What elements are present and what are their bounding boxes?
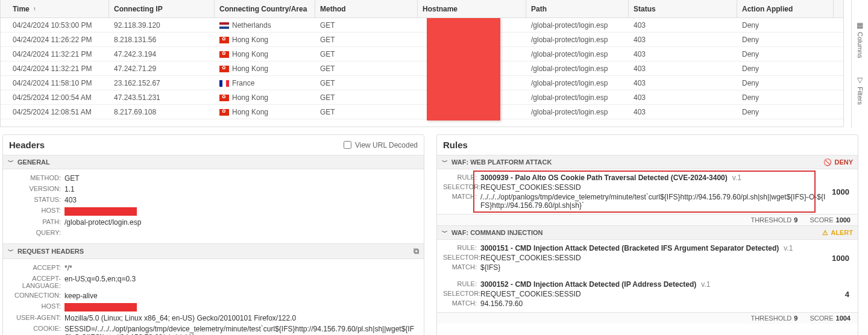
rule-key: RULE: xyxy=(443,280,480,289)
cell-action: Deny xyxy=(737,108,834,116)
col-action[interactable]: Action Applied xyxy=(737,0,834,17)
cell-time: 04/25/2024 12:08:51 AM xyxy=(1,108,109,116)
flag-icon xyxy=(219,80,229,87)
kv-val: Mozilla/5.0 (Linux; Linux x86_64; en-US)… xyxy=(64,314,418,322)
request-headers-section-head[interactable]: ﹀REQUEST HEADERS⧉ xyxy=(3,243,424,259)
table-row[interactable]: 04/24/2024 11:26:22 PM8.218.131.56Hong K… xyxy=(1,33,843,47)
cell-status: 403 xyxy=(629,21,737,30)
cell-country: France xyxy=(215,79,315,87)
cell-time: 04/24/2024 11:26:22 PM xyxy=(1,36,109,44)
rule-version: v.1 xyxy=(732,174,741,182)
rule-value: 94.156.79.60 xyxy=(480,299,852,308)
cell-action: Deny xyxy=(737,79,834,87)
col-path[interactable]: Path xyxy=(526,0,629,17)
rule-section-head[interactable]: ﹀WAF: WEB PLATFORM ATTACK🚫DENY xyxy=(437,155,858,169)
copy-icon[interactable]: ⧉ xyxy=(414,246,419,256)
grid-body[interactable]: 04/24/2024 10:53:00 PM92.118.39.120Nethe… xyxy=(1,18,843,127)
rules-panel: Rules ﹀WAF: WEB PLATFORM ATTACK🚫DENYRULE… xyxy=(436,134,858,335)
kv-key: COOKIE: xyxy=(9,325,64,335)
cell-time: 04/24/2024 11:32:21 PM xyxy=(1,50,109,58)
rule-key: SELECTOR: xyxy=(443,254,480,262)
view-url-decoded[interactable]: View URL Decoded xyxy=(344,141,418,149)
grid-header-row: Time↑ Connecting IP Connecting Country/A… xyxy=(1,0,843,18)
kv-val: SESSID=/../../../opt/panlogs/tmp/device_… xyxy=(64,325,418,335)
cell-path: /global-protect/login.esp xyxy=(526,36,629,44)
kv-key: HOST: xyxy=(9,302,64,312)
kv-row: USER-AGENT:Mozilla/5.0 (Linux; Linux x86… xyxy=(9,313,418,324)
table-row[interactable]: 04/24/2024 10:53:00 PM92.118.39.120Nethe… xyxy=(1,18,843,33)
side-tab-columns[interactable]: ▦Columns xyxy=(857,21,864,58)
kv-row: ACCEPT:*/* xyxy=(9,263,418,274)
kv-row: VERSION:1.1 xyxy=(9,184,418,195)
cell-ip: 47.242.71.29 xyxy=(109,64,215,73)
rule-value: REQUEST_COOKIES:SESSID xyxy=(480,183,852,192)
kv-val: 403 xyxy=(64,196,418,204)
cell-method: GET xyxy=(315,21,418,30)
kv-val xyxy=(64,229,418,236)
table-row[interactable]: 04/24/2024 11:58:10 PM23.162.152.67Franc… xyxy=(1,76,843,90)
headers-panel: Headers View URL Decoded ﹀GENERAL METHOD… xyxy=(2,134,424,335)
cell-status: 403 xyxy=(629,108,737,116)
rule-value: REQUEST_COOKIES:SESSID xyxy=(480,290,852,298)
cell-ip: 8.218.131.56 xyxy=(109,36,215,44)
cell-action: Deny xyxy=(737,36,834,44)
rule-section-name: WAF: COMMAND INJECTION xyxy=(451,229,543,236)
col-country[interactable]: Connecting Country/Area xyxy=(215,0,315,17)
cell-status: 403 xyxy=(629,50,737,58)
chevron-down-icon: ﹀ xyxy=(8,158,14,166)
redacted-value xyxy=(64,207,137,216)
flag-icon xyxy=(219,37,229,43)
rule-section-head[interactable]: ﹀WAF: COMMAND INJECTION⚠ALERT xyxy=(437,225,858,240)
general-section-head[interactable]: ﹀GENERAL xyxy=(3,155,424,169)
badge-icon: 🚫 xyxy=(823,158,832,166)
kv-val: 1.1 xyxy=(64,185,418,193)
columns-icon: ▦ xyxy=(857,21,863,30)
sort-asc-icon: ↑ xyxy=(33,5,36,12)
kv-key: USER-AGENT: xyxy=(9,314,64,322)
col-time[interactable]: Time↑ xyxy=(1,0,109,17)
flag-icon xyxy=(219,95,229,101)
redacted-value xyxy=(64,303,137,312)
flag-icon xyxy=(219,109,229,116)
table-row[interactable]: 04/25/2024 12:00:54 AM47.243.51.231Hong … xyxy=(1,90,843,105)
badge-icon: ⚠ xyxy=(822,229,828,237)
rule-section: ﹀WAF: WEB PLATFORM ATTACK🚫DENYRULE:30009… xyxy=(437,155,858,225)
side-tab-filters[interactable]: ▽Filters xyxy=(857,76,864,105)
rule-key: SELECTOR: xyxy=(443,183,480,192)
cell-status: 403 xyxy=(629,64,737,73)
table-row[interactable]: 04/24/2024 11:32:21 PM47.242.71.29Hong K… xyxy=(1,61,843,76)
kv-row: ACCEPT-LANGUAGE:en-US;q=0.5,en;q=0.3 xyxy=(9,274,418,290)
rule-key: RULE: xyxy=(443,174,480,182)
cell-method: GET xyxy=(315,64,418,73)
view-url-decoded-checkbox[interactable] xyxy=(344,141,351,149)
flag-icon xyxy=(219,66,229,72)
cell-path: /global-protect/login.esp xyxy=(526,93,629,102)
rule-badge: ⚠ALERT xyxy=(822,229,853,237)
kv-val xyxy=(64,302,418,312)
rule-key: MATCH: xyxy=(443,263,480,272)
rule-value: /../../../opt/panlogs/tmp/device_telemet… xyxy=(480,193,852,210)
cell-path: /global-protect/login.esp xyxy=(526,64,629,73)
table-row[interactable]: 04/25/2024 12:08:51 AM8.217.69.108Hong K… xyxy=(1,105,843,119)
kv-val xyxy=(64,207,418,216)
table-row[interactable]: 04/24/2024 11:32:21 PM47.242.3.194Hong K… xyxy=(1,47,843,61)
cell-ip: 47.242.3.194 xyxy=(109,50,215,58)
cell-ip: 23.162.152.67 xyxy=(109,79,215,87)
cell-action: Deny xyxy=(737,21,834,30)
kv-row: COOKIE:SESSID=/../../../opt/panlogs/tmp/… xyxy=(9,324,418,335)
col-status[interactable]: Status xyxy=(629,0,737,17)
cell-path: /global-protect/login.esp xyxy=(526,50,629,58)
kv-row: STATUS:403 xyxy=(9,195,418,205)
col-ip[interactable]: Connecting IP xyxy=(109,0,215,17)
cell-time: 04/24/2024 11:32:21 PM xyxy=(1,64,109,73)
kv-key: PATH: xyxy=(9,218,64,227)
kv-key: HOST: xyxy=(9,207,64,216)
cell-status: 403 xyxy=(629,93,737,102)
kv-key: ACCEPT-LANGUAGE: xyxy=(9,275,64,289)
cell-status: 403 xyxy=(629,79,737,87)
log-grid: Time↑ Connecting IP Connecting Country/A… xyxy=(0,0,844,127)
flag-icon xyxy=(219,51,229,58)
cell-action: Deny xyxy=(737,93,834,102)
col-method[interactable]: Method xyxy=(315,0,418,17)
col-hostname[interactable]: Hostname xyxy=(418,0,526,17)
